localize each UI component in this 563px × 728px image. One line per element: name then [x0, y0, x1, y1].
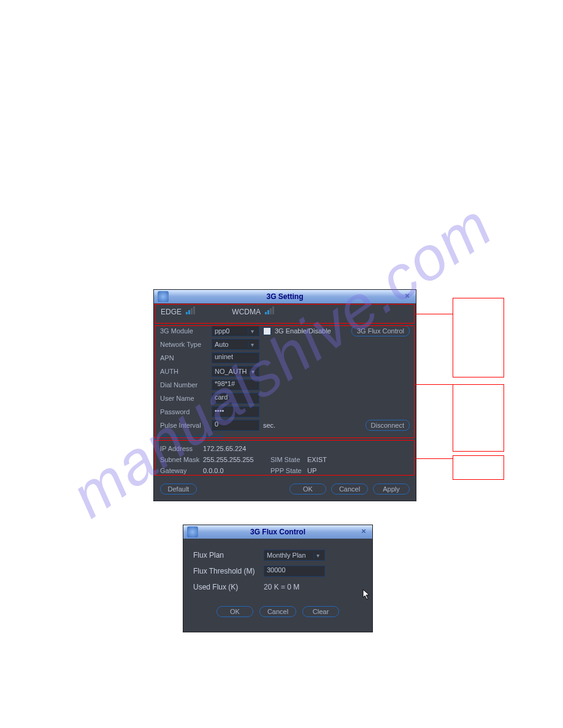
window-title: 3G Flux Control — [198, 528, 358, 536]
annotation-line — [415, 384, 453, 385]
annotation-box-form — [155, 325, 415, 438]
clear-button[interactable]: Clear — [302, 606, 339, 617]
flux-threshold-label: Flux Threshold (M) — [193, 567, 258, 575]
ok-button[interactable]: OK — [289, 483, 326, 495]
annotation-line — [415, 458, 453, 459]
used-flux-label: Used Flux (K) — [193, 583, 258, 591]
used-flux-value: 20 K = 0 M — [264, 583, 299, 591]
chevron-down-icon: ▾ — [313, 552, 322, 559]
system-icon — [187, 526, 198, 537]
titlebar: 3G Setting × — [154, 290, 416, 303]
window-3g-flux-control: 3G Flux Control × Flux Plan Monthly Plan… — [183, 525, 373, 632]
cancel-button[interactable]: Cancel — [331, 483, 368, 495]
footer-bar: Default OK Cancel Apply — [154, 480, 416, 501]
apply-button[interactable]: Apply — [373, 483, 410, 495]
annotation-callout-top — [453, 298, 504, 377]
ok-button[interactable]: OK — [216, 606, 253, 617]
annotation-box-signal — [155, 304, 415, 324]
default-button[interactable]: Default — [160, 483, 197, 495]
annotation-box-status — [155, 440, 415, 476]
annotation-callout-mid — [453, 384, 504, 452]
window-title: 3G Setting — [169, 292, 401, 301]
flux-threshold-input[interactable]: 30000 — [264, 566, 325, 577]
footer-bar: OK Cancel Clear — [193, 595, 362, 624]
system-icon — [158, 291, 169, 302]
close-icon[interactable]: × — [358, 527, 370, 537]
flux-body: Flux Plan Monthly Plan ▾ Flux Threshold … — [183, 539, 372, 632]
annotation-line — [415, 314, 453, 314]
annotation-callout-bot — [453, 455, 504, 480]
titlebar: 3G Flux Control × — [183, 525, 372, 539]
close-icon[interactable]: × — [401, 292, 413, 301]
cancel-button[interactable]: Cancel — [259, 606, 296, 617]
flux-plan-select[interactable]: Monthly Plan ▾ — [264, 550, 325, 561]
flux-plan-label: Flux Plan — [193, 551, 258, 559]
